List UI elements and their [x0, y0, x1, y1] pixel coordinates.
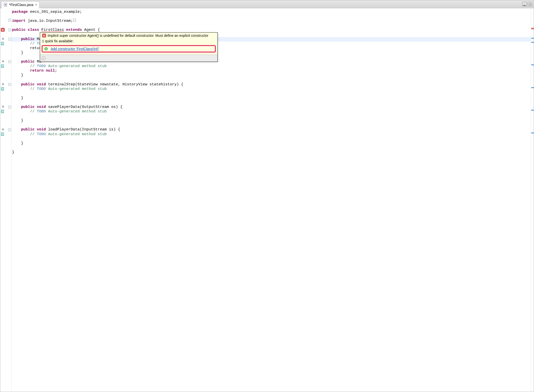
code-text: loadPlayerData(InputStream is) {	[46, 127, 120, 132]
keyword: null	[44, 69, 55, 73]
fold-collapse-icon[interactable]: −	[8, 60, 11, 63]
tab-title: *FirstClass.java	[9, 3, 33, 7]
java-file-icon: J	[4, 3, 8, 7]
keyword: class	[26, 28, 39, 32]
keyword: void	[35, 82, 46, 87]
keyword: public	[12, 82, 35, 87]
code-text: }	[12, 141, 23, 145]
keyword: void	[35, 127, 46, 132]
keyword: public	[12, 105, 35, 109]
keyword: public	[12, 37, 35, 41]
close-tab-icon[interactable]: ✕	[35, 3, 37, 7]
code-text: java.io.InputStream;	[26, 19, 73, 23]
comment: //	[12, 109, 37, 114]
code-editor[interactable]: + x − − − − −	[0, 8, 534, 392]
override-marker-icon[interactable]	[2, 37, 6, 41]
comment: //	[12, 42, 37, 46]
keyword: void	[35, 105, 46, 109]
hover-header: x Implicit super constructor Agent() is …	[40, 33, 217, 39]
svg-text:C: C	[45, 48, 47, 50]
comment: Auto-generated method stub	[46, 64, 107, 68]
override-marker-icon[interactable]	[2, 83, 6, 87]
overview-ruler[interactable]	[531, 8, 534, 392]
code-text: }	[12, 51, 23, 55]
error-icon: x	[42, 34, 46, 38]
code-text: Agent {	[82, 28, 100, 32]
keyword: package	[12, 10, 28, 14]
overview-error-mark[interactable]	[531, 28, 534, 29]
override-marker-icon[interactable]	[2, 60, 6, 64]
code-text: }	[12, 118, 23, 123]
code-text: retur	[12, 46, 41, 50]
minimize-button[interactable]: ▁	[522, 2, 527, 6]
code-content[interactable]: package eecs_391_sepia_example; import j…	[12, 10, 183, 155]
comment: Auto-generated method stub	[46, 132, 107, 136]
keyword: public	[12, 28, 26, 32]
editor-gutter: + x − − − − −	[0, 8, 12, 392]
task-marker-icon[interactable]	[1, 87, 5, 91]
override-marker-icon[interactable]	[2, 105, 6, 109]
error-marker-icon[interactable]: x	[1, 28, 5, 32]
code-text: }	[12, 96, 23, 100]
code-text: ;	[55, 69, 57, 73]
quickfix-item[interactable]: C Add constructor 'FirstClass(int)'	[42, 45, 216, 53]
task-marker-icon[interactable]	[1, 42, 5, 46]
comment: Auto-generated method stub	[46, 109, 107, 114]
hover-footer	[40, 55, 217, 62]
quickfix-hover: x Implicit super constructor Agent() is …	[40, 32, 218, 62]
todo-tag: TODO	[37, 64, 46, 68]
todo-tag: TODO	[37, 132, 46, 136]
overview-task-mark[interactable]	[531, 42, 534, 43]
comment: //	[12, 132, 37, 136]
keyword: public	[12, 127, 35, 132]
code-text: }	[12, 150, 14, 154]
focus-hint-icon[interactable]	[42, 56, 46, 60]
task-marker-icon[interactable]	[1, 64, 5, 68]
keyword: extends	[66, 28, 82, 32]
overview-task-mark[interactable]	[531, 87, 534, 88]
fold-collapse-icon[interactable]: −	[8, 29, 11, 31]
editor-tab-firstclass[interactable]: J *FirstClass.java ✕	[1, 1, 40, 8]
comment: //	[12, 64, 37, 68]
comment: //	[12, 87, 37, 91]
fold-collapse-icon[interactable]: −	[8, 106, 11, 108]
maximize-button[interactable]: ▢	[528, 2, 532, 6]
code-text: }	[12, 73, 23, 77]
fold-collapse-icon[interactable]: −	[8, 38, 11, 41]
comment: Auto-generated method stub	[46, 87, 107, 91]
overview-task-mark[interactable]	[531, 38, 534, 39]
svg-text:x: x	[2, 28, 4, 31]
overview-task-mark[interactable]	[531, 110, 534, 111]
overview-task-mark[interactable]	[531, 64, 534, 65]
task-marker-icon[interactable]	[1, 109, 5, 113]
hover-error-message: Implicit super constructor Agent() is un…	[48, 34, 208, 38]
fold-collapse-icon[interactable]: −	[8, 128, 11, 131]
code-text: eecs_391_sepia_example;	[28, 10, 82, 14]
task-marker-icon[interactable]	[1, 132, 5, 136]
fold-collapse-icon[interactable]: −	[8, 83, 11, 86]
code-text	[39, 28, 41, 32]
todo-tag: TODO	[37, 87, 46, 91]
collapsed-region-box[interactable]	[73, 19, 76, 22]
editor-tab-bar: J *FirstClass.java ✕ ▁ ▢	[0, 0, 534, 8]
svg-text:x: x	[43, 34, 45, 37]
keyword: public	[12, 60, 35, 64]
keyword: return	[12, 69, 44, 73]
constructor-proposal-icon: C	[44, 47, 48, 51]
quickfix-link[interactable]: Add constructor 'FirstClass(int)'	[51, 47, 99, 51]
todo-tag: TODO	[37, 109, 46, 114]
error-underline: FirstClass	[41, 28, 64, 32]
hover-fix-count: 1 quick fix available:	[40, 39, 217, 45]
code-text: terminalStep(StateView newstate, History…	[46, 82, 183, 87]
keyword: import	[12, 19, 26, 23]
overview-task-mark[interactable]	[531, 132, 534, 133]
code-text: savePlayerData(OutputStream os) {	[46, 105, 122, 109]
override-marker-icon[interactable]	[2, 128, 6, 132]
code-text	[64, 28, 66, 32]
fold-expand-icon[interactable]: +	[8, 19, 11, 22]
